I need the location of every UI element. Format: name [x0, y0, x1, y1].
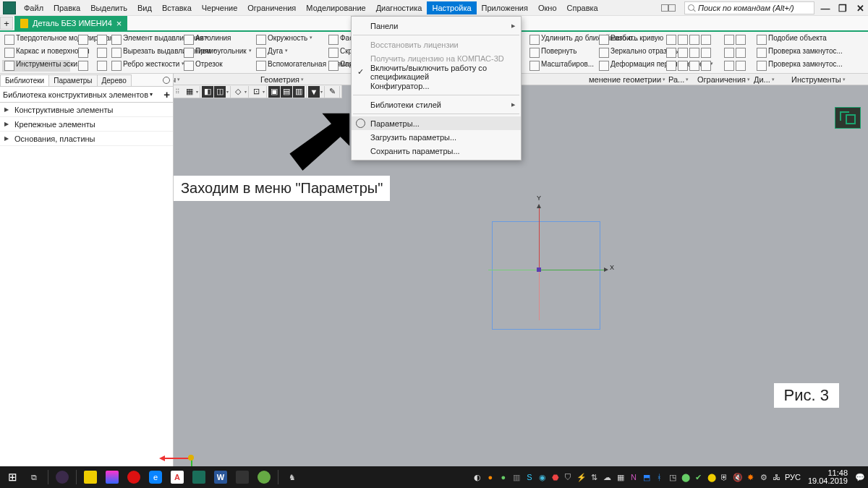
- dd-toggle-spec[interactable]: Включить/выключить работу со спецификаци…: [352, 65, 521, 79]
- dd-panels[interactable]: Панели: [352, 19, 521, 33]
- tray-2[interactable]: ●: [485, 472, 495, 482]
- sec-constraints[interactable]: Ограничения▾: [694, 75, 753, 84]
- document-tab[interactable]: Деталь БЕЗ ИМЕНИ4 ×: [14, 15, 127, 31]
- tray-17[interactable]: ✔: [694, 472, 704, 482]
- rb-rotate[interactable]: Повернуть: [527, 47, 595, 59]
- vt-eyedrop[interactable]: ✎: [326, 86, 338, 98]
- vt-filter[interactable]: ▼: [308, 86, 320, 98]
- menu-constraints[interactable]: Ограничения: [242, 1, 301, 14]
- command-search[interactable]: Поиск по командам (Alt+/): [684, 1, 814, 14]
- menu-file[interactable]: Файл: [19, 1, 48, 14]
- start-button[interactable]: ⊞: [3, 468, 22, 487]
- rb-ico-5[interactable]: [97, 48, 107, 58]
- tb-opera[interactable]: [124, 468, 143, 487]
- vt-persp[interactable]: ◇: [232, 86, 244, 98]
- tray-4[interactable]: ▥: [511, 472, 522, 482]
- rb-sm4[interactable]: [701, 35, 711, 45]
- add-library-button[interactable]: +: [163, 88, 170, 100]
- rb-extrude[interactable]: Элемент выдавливания▾: [109, 34, 180, 46]
- sketch-mode-badge[interactable]: [835, 107, 861, 129]
- rb-check1[interactable]: Проверка замкнутос...: [754, 47, 818, 59]
- rb-circle[interactable]: Окружность▾: [254, 34, 325, 46]
- rb-ico-3[interactable]: [78, 61, 88, 71]
- rb-sm8[interactable]: [701, 48, 711, 58]
- tray-11[interactable]: ☁: [603, 472, 613, 482]
- rb-sm1[interactable]: [666, 35, 676, 45]
- sec-dim[interactable]: Ра...▾: [665, 75, 692, 84]
- tb-app-3[interactable]: [233, 468, 252, 487]
- rb-ico-4[interactable]: [97, 35, 107, 45]
- menu-select[interactable]: Выделить: [85, 1, 132, 14]
- tb-kompas[interactable]: [190, 468, 208, 487]
- rb-sm12[interactable]: [701, 61, 711, 71]
- rb-segment[interactable]: Отрезок: [182, 60, 252, 72]
- tb-app-2[interactable]: [103, 468, 122, 487]
- vt-grid1[interactable]: ▣: [268, 86, 280, 98]
- dd-load-params[interactable]: Загрузить параметры...: [352, 130, 521, 144]
- menu-view[interactable]: Вид: [132, 1, 157, 14]
- tray-21[interactable]: ⚙: [759, 472, 769, 482]
- rb-cut-extrude[interactable]: Вырезать выдавливанием▾: [109, 47, 180, 59]
- tb-edge[interactable]: e: [146, 468, 165, 487]
- rb-wireframe[interactable]: Каркас и поверхности: [2, 47, 70, 59]
- dd-style-libs[interactable]: Библиотеки стилей: [352, 98, 521, 111]
- maximize-button[interactable]: ❐: [836, 2, 849, 14]
- sec-tools[interactable]: Инструменты▾: [788, 75, 848, 84]
- menu-applications[interactable]: Приложения: [477, 1, 533, 14]
- tray-12[interactable]: ▦: [616, 472, 626, 482]
- vt-1[interactable]: ▦: [184, 86, 195, 98]
- rb-extend[interactable]: Удлинить до ближайшего о...: [527, 34, 595, 46]
- rb-arc[interactable]: Дуга▾: [254, 47, 325, 59]
- rb-aux-line[interactable]: Вспомогательная прямая▾: [254, 60, 325, 72]
- tray-9[interactable]: ⚡: [576, 472, 587, 482]
- rb-autoline[interactable]: Автолиния: [182, 34, 252, 46]
- vt-grid2[interactable]: ▤: [281, 86, 292, 98]
- library-title[interactable]: Библиотека конструктивных элементов▾ +: [0, 87, 173, 103]
- dd-save-params[interactable]: Сохранить параметры...: [352, 144, 521, 158]
- tray-5[interactable]: S: [524, 472, 535, 482]
- sec-geo-change[interactable]: менение геометрии▾: [586, 75, 668, 84]
- tray-1[interactable]: ◐: [472, 472, 482, 482]
- new-tab-button[interactable]: +: [0, 17, 13, 30]
- tray-6[interactable]: ◉: [537, 472, 548, 482]
- tray-15[interactable]: ◳: [668, 472, 678, 482]
- tray-14[interactable]: ⬒: [642, 472, 652, 482]
- rb-sm7[interactable]: [689, 48, 699, 58]
- panel-tab-parameters[interactable]: Параметры: [48, 74, 97, 86]
- rb-sm10[interactable]: [678, 61, 688, 71]
- rb-sm16[interactable]: [736, 48, 746, 58]
- sec-geometry[interactable]: Геометрия▾: [258, 75, 307, 84]
- panel-tab-tree[interactable]: Дерево: [97, 74, 132, 86]
- library-item-bases[interactable]: ▶Основания, пластины: [0, 132, 173, 146]
- tray-20[interactable]: ✸: [746, 472, 756, 482]
- rb-project[interactable]: Спро объе: [326, 60, 351, 72]
- tray-8[interactable]: ⛉: [563, 472, 574, 482]
- dd-parameters[interactable]: Параметры...: [352, 116, 521, 130]
- rb-sketch-tools[interactable]: Инструменты эскиза: [2, 60, 70, 72]
- tb-explorer[interactable]: [81, 468, 100, 487]
- rb-sm2[interactable]: [678, 35, 688, 45]
- tray-3[interactable]: ●: [498, 472, 509, 482]
- vt-grid3[interactable]: ▥: [293, 86, 305, 98]
- gear-icon[interactable]: [161, 75, 171, 85]
- tray-10[interactable]: ⇅: [590, 472, 600, 482]
- tray-16[interactable]: ⬤: [681, 472, 691, 482]
- rb-solid-modeling[interactable]: Твердотельное моделирование: [2, 34, 70, 46]
- tray-19[interactable]: ⛨: [720, 472, 730, 482]
- rb-sm3[interactable]: [689, 35, 699, 45]
- vt-zoom[interactable]: ⊡: [250, 86, 262, 98]
- close-button[interactable]: ✕: [854, 2, 867, 14]
- sec-diag[interactable]: Ди...▾: [751, 75, 778, 84]
- rb-sm15[interactable]: [724, 48, 734, 58]
- rb-sm9[interactable]: [666, 61, 676, 71]
- rb-rib[interactable]: Ребро жесткости▾: [109, 60, 180, 72]
- rb-sm5[interactable]: [666, 48, 676, 58]
- menu-modeling[interactable]: Моделирование: [301, 1, 370, 14]
- rb-scale[interactable]: Масштабиров...: [527, 60, 595, 72]
- menu-window[interactable]: Окно: [533, 1, 562, 14]
- tb-app-1[interactable]: [53, 468, 72, 487]
- dd-configurator[interactable]: Конфигуратор...: [352, 79, 521, 93]
- tb-word[interactable]: W: [211, 468, 230, 487]
- tb-running-1[interactable]: ♞: [283, 468, 302, 487]
- rb-check2[interactable]: Проверка замкнутос...: [754, 60, 818, 72]
